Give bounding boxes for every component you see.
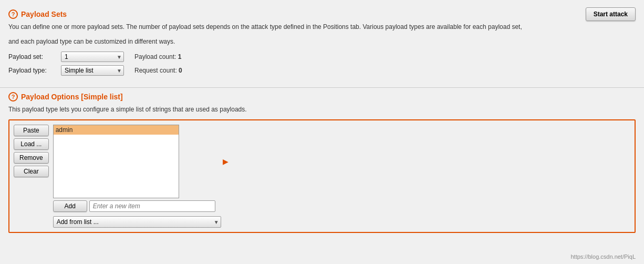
add-from-list-select[interactable]: Add from list ... bbox=[53, 216, 221, 228]
payload-sets-help-icon[interactable]: ? bbox=[8, 9, 18, 19]
watermark: https://blog.csdn.net/PiqL bbox=[570, 253, 636, 260]
payload-type-label: Payload type: bbox=[8, 67, 50, 74]
add-item-input[interactable] bbox=[89, 200, 215, 212]
payload-set-label: Payload set: bbox=[8, 53, 50, 60]
payload-list-box[interactable]: admin bbox=[53, 125, 179, 198]
list-item[interactable]: admin bbox=[54, 125, 179, 135]
load-button[interactable]: Load ... bbox=[14, 138, 49, 150]
request-count-text: Request count: 0 bbox=[134, 67, 182, 74]
payload-sets-title: Payload Sets bbox=[21, 10, 67, 18]
payload-list-content: admin ▶ Add Add from list ... ▼ bbox=[53, 125, 221, 228]
payload-sets-section: ? Payload Sets You can define one or mor… bbox=[0, 5, 644, 88]
main-container: Start attack ? Payload Sets You can defi… bbox=[0, 0, 644, 264]
remove-button[interactable]: Remove bbox=[14, 152, 49, 164]
paste-button[interactable]: Paste bbox=[14, 125, 49, 136]
payload-list-border: Paste Load ... Remove Clear admin ▶ Add bbox=[8, 119, 636, 233]
add-from-list-row: Add from list ... ▼ bbox=[53, 216, 221, 228]
payload-options-title-row: ? Payload Options [Simple list] bbox=[8, 92, 636, 101]
add-button[interactable]: Add bbox=[53, 200, 87, 212]
payload-options-title: Payload Options [Simple list] bbox=[21, 93, 123, 101]
payload-button-group: Paste Load ... Remove Clear bbox=[14, 125, 49, 228]
start-attack-button[interactable]: Start attack bbox=[586, 7, 636, 21]
payload-sets-desc-1: You can define one or more payload sets.… bbox=[8, 22, 636, 32]
payload-set-row: Payload set: 1 ▼ Payload count: 1 bbox=[8, 52, 636, 62]
payload-set-select-wrapper: 1 ▼ bbox=[61, 52, 124, 62]
payload-sets-desc-2: and each payload type can be customized … bbox=[8, 37, 636, 46]
add-row: Add bbox=[53, 200, 221, 212]
payload-type-select[interactable]: Simple list bbox=[61, 65, 124, 76]
list-arrow-indicator: ▶ bbox=[223, 157, 228, 166]
add-from-list-wrapper: Add from list ... ▼ bbox=[53, 216, 221, 228]
payload-type-select-wrapper: Simple list ▼ bbox=[61, 65, 124, 76]
payload-options-desc: This payload type lets you configure a s… bbox=[8, 105, 636, 114]
payload-count-text: Payload count: 1 bbox=[134, 53, 181, 60]
payload-set-select[interactable]: 1 bbox=[61, 52, 124, 62]
payload-type-row: Payload type: Simple list ▼ Request coun… bbox=[8, 65, 636, 76]
payload-options-section: ? Payload Options [Simple list] This pay… bbox=[0, 88, 644, 241]
payload-sets-title-row: ? Payload Sets bbox=[8, 9, 636, 19]
payload-options-help-icon[interactable]: ? bbox=[8, 92, 18, 101]
list-box-wrapper: admin ▶ bbox=[53, 125, 221, 198]
clear-button[interactable]: Clear bbox=[14, 166, 49, 177]
